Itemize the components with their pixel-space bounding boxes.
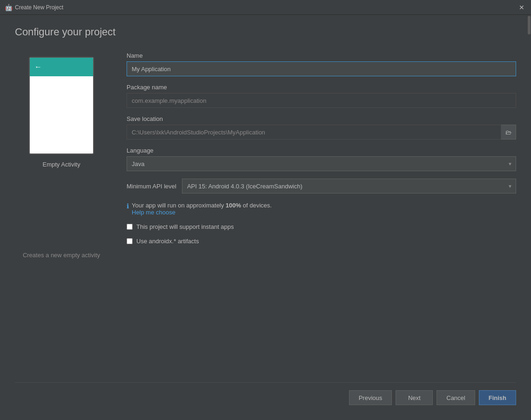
scrollbar[interactable] [527,15,531,420]
info-text-content: Your app will run on approximately 100% … [132,202,272,216]
info-icon: ℹ [127,202,129,210]
language-label: Language [127,147,516,154]
info-text-row: ℹ Your app will run on approximately 100… [127,202,516,216]
page-title: Configure your project [15,26,516,38]
close-button[interactable]: ✕ [517,3,526,12]
phone-status-bar: ← [30,58,93,76]
cancel-button[interactable]: Cancel [437,390,475,405]
min-api-label: Minimum API level [127,183,176,190]
previous-button[interactable]: Previous [349,390,392,405]
androidx-checkbox[interactable] [127,238,133,244]
info-text-2: of devices. [241,202,272,209]
instant-apps-checkbox[interactable] [127,224,133,230]
save-location-group: Save location 🗁 [127,115,516,140]
right-panel: Name Package name Save location 🗁 [127,52,516,382]
package-name-label: Package name [127,84,516,91]
language-select[interactable]: Java Kotlin [127,156,516,171]
info-text-1: Your app will run on approximately [132,202,226,209]
folder-icon: 🗁 [505,129,511,136]
finish-button[interactable]: Finish [479,390,516,405]
help-link[interactable]: Help me choose [132,209,175,216]
instant-apps-row: This project will support instant apps [127,223,516,230]
save-location-input[interactable] [127,125,501,140]
instant-apps-label: This project will support instant apps [136,223,234,230]
dialog-content: Configure your project ← Empty Activity … [0,15,531,420]
activity-label: Empty Activity [43,161,81,168]
title-bar: 🤖 Create New Project ✕ [0,0,531,15]
min-api-select[interactable]: API 15: Android 4.0.3 (IceCreamSandwich)… [182,179,516,193]
folder-browse-button[interactable]: 🗁 [501,125,516,140]
phone-preview: ← [29,57,94,154]
creates-label: Creates a new empty activity [23,252,100,259]
bottom-bar: Previous Next Cancel Finish [15,382,516,409]
androidx-label: Use androidx.* artifacts [136,238,199,245]
language-select-wrapper: Java Kotlin ▼ [127,156,516,171]
back-arrow-icon: ← [34,63,42,71]
title-bar-text: Create New Project [15,4,63,11]
language-group: Language Java Kotlin ▼ [127,147,516,171]
name-input[interactable] [127,61,516,76]
package-name-group: Package name [127,84,516,108]
scrollbar-thumb [528,16,531,34]
name-label: Name [127,52,516,59]
api-row: Minimum API level API 15: Android 4.0.3 … [127,179,516,193]
main-area: ← Empty Activity Creates a new empty act… [15,52,516,382]
save-location-row: 🗁 [127,125,516,140]
androidx-row: Use androidx.* artifacts [127,238,516,245]
android-icon: 🤖 [5,4,12,11]
left-panel: ← Empty Activity Creates a new empty act… [15,52,108,382]
phone-body [30,76,93,153]
name-group: Name [127,52,516,76]
package-name-input[interactable] [127,93,516,108]
save-location-label: Save location [127,115,516,122]
info-text-bold: 100% [226,202,241,209]
next-button[interactable]: Next [396,390,433,405]
api-select-wrapper: API 15: Android 4.0.3 (IceCreamSandwich)… [182,179,516,193]
